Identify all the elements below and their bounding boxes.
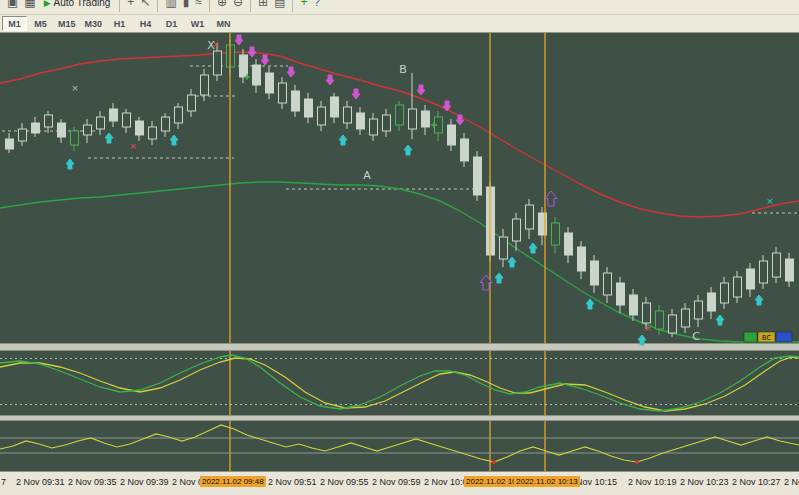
time-axis-label: 2 Nov 10:27 bbox=[732, 477, 781, 487]
time-axis-label: 2 Nov 09:31 bbox=[16, 477, 65, 487]
timeframe-button-m15[interactable]: M15 bbox=[54, 16, 80, 31]
auto-trading-button[interactable]: ▶Auto Trading bbox=[44, 0, 111, 11]
chart-label-a: A bbox=[363, 169, 371, 182]
bar-chart-icon[interactable]: ▥ bbox=[165, 0, 176, 12]
time-axis-label: 2 Nov 09:55 bbox=[320, 477, 369, 487]
svg-text:BC: BC bbox=[762, 334, 772, 342]
chart-area[interactable]: ×××××XBACBC bbox=[0, 33, 799, 471]
zoom-out-icon[interactable]: ⊖ bbox=[233, 0, 243, 12]
panel-separator[interactable] bbox=[0, 343, 799, 351]
chart-label-c: C bbox=[692, 330, 700, 343]
time-axis-label: 2 Nov 09:51 bbox=[268, 477, 317, 487]
time-axis-label: 2 Nov 09:39 bbox=[120, 477, 169, 487]
timeframe-button-d1[interactable]: D1 bbox=[159, 16, 184, 31]
toolbar-separator bbox=[292, 0, 293, 12]
vline-time-tag: 2022.11.02 10:13 bbox=[514, 476, 580, 487]
panel-button-blue[interactable] bbox=[776, 332, 792, 342]
chart-window-icon[interactable]: ▦ bbox=[24, 0, 35, 12]
vline-time-tag: 2022.11.02 09:48 bbox=[200, 476, 266, 487]
trading-terminal-window: ▣▦▶Auto Trading+↖▥▮≈⊕⊖⊞▤+? M1M5M15M30H1H… bbox=[0, 0, 799, 495]
toolbar-separator bbox=[119, 0, 120, 12]
timeframe-button-m5[interactable]: M5 bbox=[28, 16, 53, 31]
tile-windows-icon[interactable]: ⊞ bbox=[258, 0, 268, 12]
panel-button-green[interactable] bbox=[744, 332, 757, 342]
oscillator-signal-dot bbox=[635, 460, 639, 464]
time-axis-label: 2 Nov 10:19 bbox=[628, 477, 677, 487]
crosshair-icon[interactable]: + bbox=[127, 0, 134, 12]
oscillator-signal-dot bbox=[492, 460, 496, 464]
time-axis-label: 2 Nov 09:59 bbox=[372, 477, 421, 487]
time-axis-label: 2 Nov 10:23 bbox=[680, 477, 729, 487]
timeframe-button-w1[interactable]: W1 bbox=[185, 16, 210, 31]
timeframe-button-m30[interactable]: M30 bbox=[81, 16, 107, 31]
timeframe-button-m1[interactable]: M1 bbox=[2, 16, 27, 31]
svg-text:×: × bbox=[129, 141, 137, 151]
toolbar-separator bbox=[209, 0, 210, 12]
top-toolbar-icons: ▣▦▶Auto Trading+↖▥▮≈⊕⊖⊞▤+? bbox=[0, 0, 799, 15]
timeframe-button-mn[interactable]: MN bbox=[211, 16, 236, 31]
time-axis-label: 2 Nov 09:35 bbox=[68, 477, 117, 487]
svg-text:×: × bbox=[644, 323, 652, 333]
cursor-icon[interactable]: ↖ bbox=[140, 0, 150, 12]
timeframe-button-h4[interactable]: H4 bbox=[133, 16, 158, 31]
help-icon[interactable]: ? bbox=[314, 0, 321, 12]
svg-text:×: × bbox=[71, 83, 79, 93]
zoom-in-icon[interactable]: ⊕ bbox=[217, 0, 227, 12]
chart-label-x: X bbox=[207, 39, 215, 52]
timeframe-toolbar: M1M5M15M30H1H4D1W1MN bbox=[0, 15, 799, 33]
time-axis: 72 Nov 09:312 Nov 09:352 Nov 09:392 Nov … bbox=[0, 471, 799, 495]
line-chart-icon[interactable]: ≈ bbox=[195, 0, 202, 12]
svg-text:×: × bbox=[766, 196, 774, 206]
time-axis-label: Nov 10:15 bbox=[576, 477, 617, 487]
arrange-windows-icon[interactable]: ▤ bbox=[274, 0, 285, 12]
play-icon: ▶ bbox=[44, 0, 51, 11]
indicators-icon[interactable]: + bbox=[300, 0, 307, 12]
toolbar-separator bbox=[157, 0, 158, 12]
time-axis-label: 7 bbox=[1, 477, 6, 487]
vline-time-tag: 2022.11.02 10 bbox=[464, 476, 519, 487]
chart-background bbox=[0, 33, 799, 471]
timeframe-button-h1[interactable]: H1 bbox=[107, 16, 132, 31]
candlestick-chart-icon[interactable]: ▮ bbox=[183, 0, 190, 12]
chart-label-b: B bbox=[399, 63, 407, 76]
chart-canvas[interactable]: ×××××XBACBC bbox=[0, 33, 799, 471]
time-axis-label: 2 Nov bbox=[784, 477, 799, 487]
auto-trading-label: Auto Trading bbox=[54, 0, 111, 11]
toolbar-separator bbox=[250, 0, 251, 12]
new-order-icon[interactable]: ▣ bbox=[7, 0, 18, 12]
